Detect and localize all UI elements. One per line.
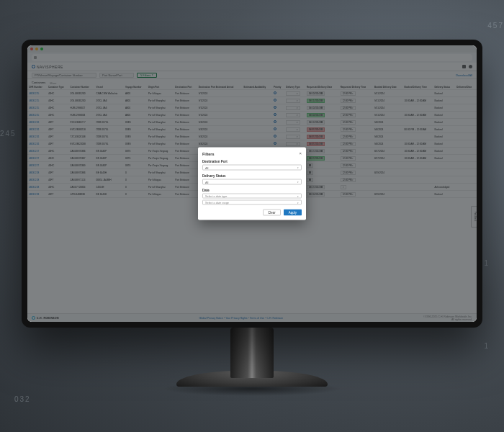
bg-digit: 1 bbox=[484, 259, 490, 267]
date-range-placeholder: Select a date range bbox=[205, 201, 229, 204]
date-type-placeholder: Select a date type bbox=[205, 194, 227, 197]
filters-modal: Filters × Destination Port All ▾ Deliver… bbox=[198, 148, 306, 220]
monitor-neck bbox=[230, 328, 274, 378]
date-label: Date bbox=[202, 189, 302, 192]
dest-port-value: All bbox=[205, 166, 208, 169]
monitor-frame: NAVISPHERE PO/Vessel/Voyage/Container Nu… bbox=[22, 40, 482, 328]
apply-button[interactable]: Apply bbox=[284, 210, 302, 216]
clear-button[interactable]: Clear bbox=[263, 210, 281, 216]
chevron-down-icon: ▾ bbox=[297, 194, 299, 197]
dest-port-select[interactable]: All ▾ bbox=[202, 165, 302, 171]
chevron-down-icon: ▾ bbox=[297, 201, 299, 204]
date-range-select[interactable]: Select a date range ▾ bbox=[202, 200, 302, 205]
browser-window: NAVISPHERE PO/Vessel/Voyage/Container Nu… bbox=[27, 45, 477, 322]
bg-digit: 245 bbox=[0, 130, 17, 138]
date-type-select[interactable]: Select a date type ▾ bbox=[202, 194, 302, 199]
modal-close-button[interactable]: × bbox=[299, 151, 302, 156]
delivery-status-value: All bbox=[205, 180, 208, 184]
bg-digit: 457 bbox=[487, 22, 504, 30]
chevron-down-icon: ▾ bbox=[297, 181, 299, 184]
dest-port-label: Destination Port bbox=[202, 160, 302, 163]
delivery-status-label: Delivery Status bbox=[202, 174, 302, 178]
modal-title: Filters bbox=[202, 152, 302, 156]
bg-digit: 1 bbox=[484, 342, 490, 350]
chevron-down-icon: ▾ bbox=[297, 166, 299, 169]
bg-digit: 032 bbox=[14, 395, 31, 403]
delivery-status-select[interactable]: All ▾ bbox=[202, 179, 302, 185]
